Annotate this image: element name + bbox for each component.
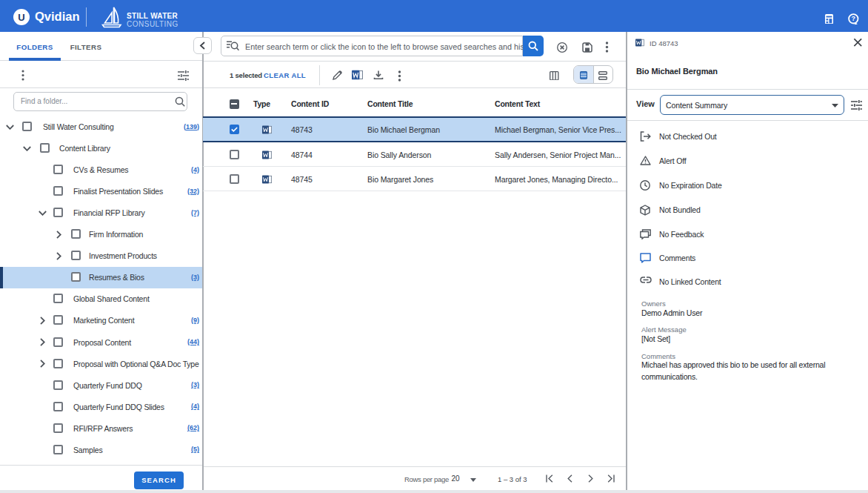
svg-text:?: ?	[851, 15, 855, 22]
